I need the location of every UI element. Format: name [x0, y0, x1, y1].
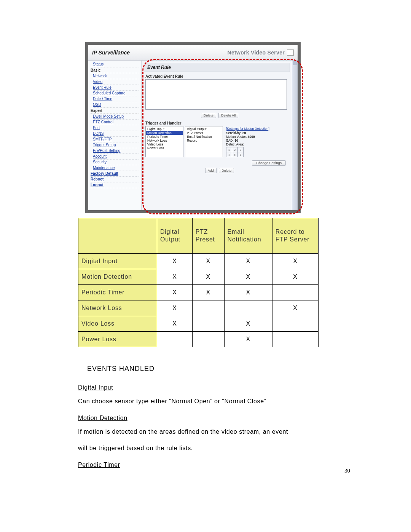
- cell: X: [157, 300, 193, 316]
- table-corner: [78, 218, 157, 254]
- sidebar-link-smtp-ftp[interactable]: SMTP/FTP: [93, 137, 139, 142]
- sidebar-link-prepost[interactable]: Pre/Post Setting: [93, 149, 139, 154]
- col-email-notification: Email Notification: [224, 218, 272, 254]
- sidebar-group-expert: Expert: [91, 109, 139, 113]
- sidebar-link-trigger-setup[interactable]: Trigger Setup: [93, 143, 139, 148]
- sidebar-link-account[interactable]: Account: [93, 154, 139, 160]
- cell: X: [157, 254, 193, 269]
- subhead-periodic-timer: Periodic Timer: [78, 462, 354, 468]
- col-ptz-preset: PTZ Preset: [192, 218, 224, 254]
- cell: X: [272, 254, 318, 269]
- cell: X: [192, 254, 224, 269]
- trigger-item[interactable]: Power Loss: [147, 146, 182, 150]
- sidebar-link-dwell-mode[interactable]: Dwell Mode Setup: [93, 114, 139, 120]
- subhead-motion-detection: Motion Detection: [78, 415, 354, 422]
- change-settings-button[interactable]: Change Settings: [252, 160, 286, 166]
- sidebar-link-network[interactable]: Network: [93, 74, 139, 79]
- sidebar: Status Basic Network Video Event Rule Sc…: [88, 61, 142, 210]
- activated-event-rule-label: Activated Event Rule: [145, 74, 298, 78]
- cell: X: [157, 285, 193, 300]
- cell: X: [192, 285, 224, 300]
- trigger-item[interactable]: Network Loss: [147, 139, 182, 142]
- sidebar-link-video[interactable]: Video: [93, 80, 139, 85]
- app-window: IP Surveillance Network Video Server Sta…: [88, 45, 298, 210]
- handler-listbox[interactable]: Digital Output PTZ Preset Email Notifica…: [185, 126, 223, 157]
- event-handler-compatibility-table: Digital Output PTZ Preset Email Notifica…: [78, 218, 319, 347]
- sidebar-link-port[interactable]: Port: [93, 126, 139, 131]
- cell: [192, 300, 224, 316]
- delete-all-button[interactable]: Delete All: [218, 113, 238, 118]
- add-button[interactable]: Add: [205, 168, 217, 173]
- sidebar-link-reboot[interactable]: Reboot: [91, 177, 139, 182]
- delete-button[interactable]: Delete: [201, 113, 216, 118]
- sidebar-link-factory-default[interactable]: Factory Default: [91, 171, 139, 177]
- delete-rule-button[interactable]: Delete: [219, 168, 234, 173]
- sidebar-link-security[interactable]: Security: [93, 160, 139, 165]
- cell: X: [272, 300, 318, 316]
- detect-area-grid[interactable]: 123 456 789: [226, 147, 244, 157]
- cell: X: [272, 269, 318, 285]
- sidebar-link-event-rule[interactable]: Event Rule: [93, 85, 139, 91]
- cell: X: [224, 269, 272, 285]
- trigger-item[interactable]: Video Loss: [147, 142, 182, 146]
- sidebar-group-basic: Basic: [91, 68, 139, 73]
- setting-sad: SAD: 80: [226, 139, 286, 142]
- sidebar-link-maintenance[interactable]: Maintenance: [93, 166, 139, 171]
- camera-icon: [287, 50, 294, 56]
- trigger-listbox[interactable]: Digital Input Motion Detection Periodic …: [145, 126, 183, 157]
- main-panel: Event Rule Activated Event Rule Delete D…: [142, 61, 298, 210]
- cell: [157, 332, 193, 347]
- trigger-handler-label: Trigger and Handler: [145, 121, 298, 125]
- cell: X: [192, 269, 224, 285]
- row-periodic-timer: Periodic Timer: [78, 285, 157, 300]
- handler-item[interactable]: Digital Output: [187, 127, 221, 131]
- handler-item[interactable]: Record: [187, 139, 221, 142]
- cell: [272, 285, 318, 300]
- sidebar-link-logout[interactable]: Logout: [91, 183, 139, 188]
- cell: X: [224, 332, 272, 347]
- setting-motion-vector: Motion Vector: 4000: [226, 135, 286, 139]
- sidebar-link-ddns[interactable]: DDNS: [93, 131, 139, 137]
- brand-text: Network Video Server: [228, 50, 285, 56]
- row-video-loss: Video Loss: [78, 316, 157, 332]
- cell: [192, 316, 224, 332]
- cell: [272, 332, 318, 347]
- para-digital-input: Can choose sensor type either “Normal Op…: [78, 396, 354, 406]
- activated-rules-listbox[interactable]: [145, 79, 287, 110]
- row-power-loss: Power Loss: [78, 332, 157, 347]
- col-record-ftp: Record to FTP Server: [272, 218, 318, 254]
- section-heading-events-handled: EVENTS HANDLED: [87, 365, 354, 373]
- para-motion-1: If motion is detected on the areas defin…: [78, 427, 354, 437]
- cell: X: [157, 269, 193, 285]
- sidebar-link-osd[interactable]: OSD: [93, 102, 139, 108]
- cell: [224, 300, 272, 316]
- trigger-item[interactable]: Periodic Timer: [147, 135, 182, 139]
- handler-item[interactable]: PTZ Preset: [187, 131, 221, 135]
- sidebar-link-date-time[interactable]: Date / Time: [93, 97, 139, 102]
- title-bar: IP Surveillance Network Video Server: [88, 45, 298, 61]
- brand-label: Network Video Server: [228, 50, 294, 56]
- sidebar-link-scheduled-capture[interactable]: Scheduled Capture: [93, 91, 139, 96]
- trigger-item-selected[interactable]: Motion Detection: [146, 131, 183, 135]
- cell: X: [224, 316, 272, 332]
- app-title: IP Surveillance: [92, 50, 130, 56]
- cell: X: [224, 254, 272, 269]
- trigger-item[interactable]: Digital Input: [147, 127, 182, 131]
- sidebar-link-ptz-control[interactable]: PTZ Control: [93, 120, 139, 125]
- setting-sensitivity: Sensitivity: 20: [226, 131, 286, 135]
- col-digital-output: Digital Output: [157, 218, 193, 254]
- row-network-loss: Network Loss: [78, 300, 157, 316]
- page-number: 30: [344, 468, 350, 474]
- settings-title: [Settings for Motion Detection]: [226, 127, 286, 131]
- cell: X: [157, 316, 193, 332]
- panel-heading-event-rule: Event Rule: [144, 63, 290, 72]
- subhead-digital-input: Digital Input: [78, 384, 354, 391]
- para-motion-2: will be triggered based on the rule list…: [78, 443, 354, 453]
- vertical-scrollbar[interactable]: [292, 61, 298, 210]
- sidebar-link-status[interactable]: Status: [93, 62, 139, 67]
- handler-item[interactable]: Email Notification: [187, 135, 221, 139]
- cell: [192, 332, 224, 347]
- cell: [272, 316, 318, 332]
- settings-summary: [Settings for Motion Detection] Sensitiv…: [225, 126, 288, 157]
- ip-surveillance-screenshot: IP Surveillance Network Video Server Sta…: [85, 42, 301, 213]
